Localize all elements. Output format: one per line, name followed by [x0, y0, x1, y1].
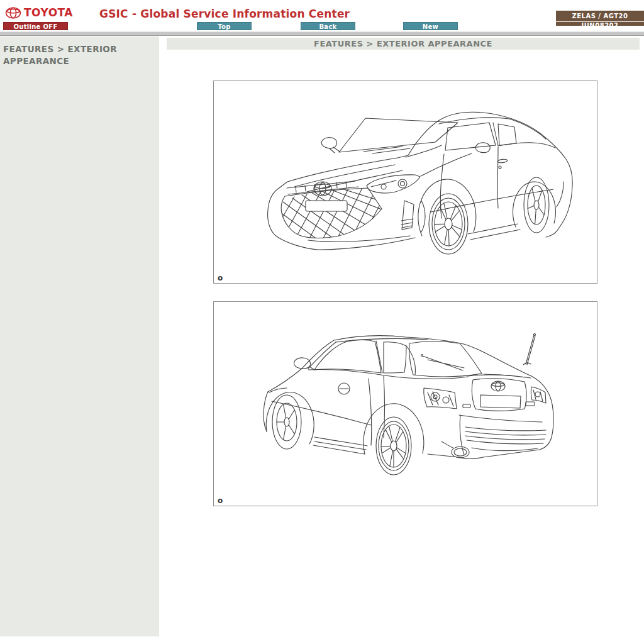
model-badge: ZELAS / AGT20 JUN08202	[556, 11, 644, 26]
car-rear-three-quarter-illustration	[214, 302, 597, 506]
toyota-emblem-icon	[5, 7, 21, 19]
car-front-three-quarter-illustration	[214, 81, 597, 283]
figure-label: o	[218, 496, 223, 505]
header-divider	[0, 31, 644, 36]
model-badge-line1: ZELAS / AGT20	[556, 11, 644, 21]
header-bar: TOYOTA GSIC - Global Service Information…	[0, 0, 644, 31]
sidebar-breadcrumb[interactable]: FEATURES > EXTERIOR APPEARANCE	[0, 36, 159, 67]
outline-off-button[interactable]: Outline OFF	[3, 22, 68, 30]
sidebar: FEATURES > EXTERIOR APPEARANCE	[0, 36, 159, 636]
page-title: GSIC - Global Service Information Center	[99, 8, 350, 20]
figure-front-view: o	[213, 80, 597, 284]
figure-label: o	[218, 274, 223, 282]
back-button[interactable]: Back	[301, 22, 355, 30]
new-button[interactable]: New	[403, 22, 458, 30]
gsic-window: TOYOTA GSIC - Global Service Information…	[0, 0, 644, 644]
content-heading: FEATURES > EXTERIOR APPEARANCE	[167, 38, 640, 50]
toyota-logo: TOYOTA	[5, 6, 73, 19]
top-button[interactable]: Top	[197, 22, 252, 30]
brand-text: TOYOTA	[24, 6, 73, 19]
figure-rear-view: o	[213, 301, 597, 506]
model-badge-line2-clipped: JUN08202	[556, 22, 644, 26]
